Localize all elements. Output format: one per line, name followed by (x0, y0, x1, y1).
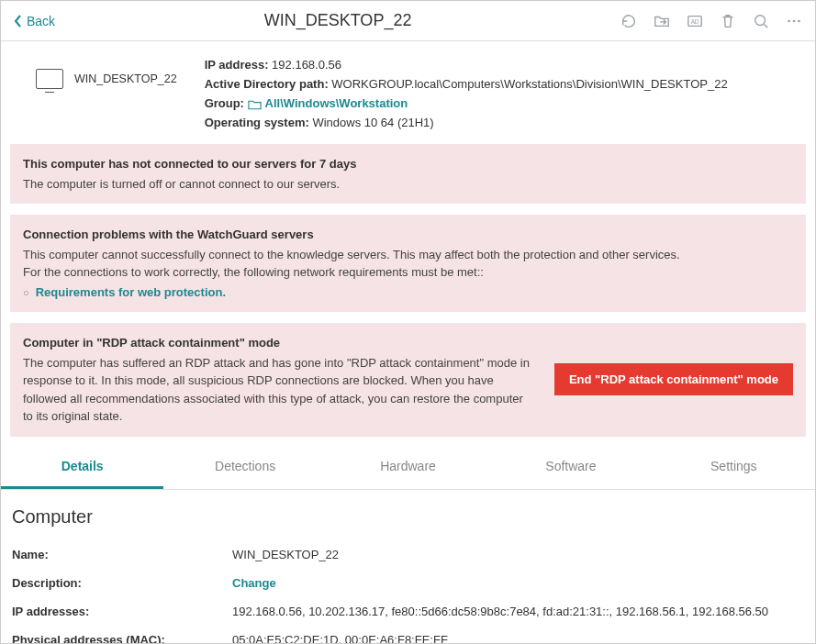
delete-icon[interactable] (720, 13, 736, 29)
tab-settings[interactable]: Settings (653, 446, 815, 489)
refresh-icon[interactable] (620, 13, 637, 29)
ip-value: 192.168.0.56 (272, 58, 341, 72)
ad-label: Active Directory path: (205, 77, 329, 91)
alert-offline-title: This computer has not connected to our s… (23, 155, 793, 173)
val-mac: 05:0A:E5:C2:DE:1D, 00:0E:A6:F8:FE:FF (232, 626, 804, 645)
tabs-bar: Details Detections Hardware Software Set… (1, 446, 815, 490)
alert-offline: This computer has not connected to our s… (10, 144, 806, 204)
key-description: Description: (12, 569, 232, 597)
svg-text:AD: AD (691, 17, 699, 24)
details-section: Computer Name: WIN_DESKTOP_22 Descriptio… (1, 490, 815, 645)
monitor-icon (36, 69, 63, 89)
val-ip: 192.168.0.56, 10.202.136.17, fe80::5d66:… (232, 597, 804, 626)
svg-point-4 (793, 19, 796, 22)
end-rdp-containment-button[interactable]: End "RDP attack containment" mode (554, 363, 793, 395)
val-name: WIN_DESKTOP_22 (232, 540, 804, 569)
key-mac: Physical addresses (MAC): (12, 626, 232, 645)
change-description-link[interactable]: Change (232, 576, 276, 590)
row-ip: IP addresses: 192.168.0.56, 10.202.136.1… (12, 597, 804, 626)
alert-wg-line2: For the connections to work correctly, t… (23, 263, 793, 282)
computer-name-small: WIN_DESKTOP_22 (74, 72, 177, 85)
group-link-text: All\Windows\Workstation (265, 96, 408, 110)
move-folder-icon[interactable] (654, 13, 670, 29)
tab-hardware[interactable]: Hardware (327, 446, 489, 489)
back-label: Back (27, 14, 55, 28)
ip-label: IP address: (205, 58, 269, 72)
summary-block: WIN_DESKTOP_22 IP address: 192.168.0.56 … (1, 41, 815, 139)
alert-watchguard: Connection problems with the WatchGuard … (10, 215, 806, 312)
ad-value: WORKGROUP.local\Computers\Workstations\D… (331, 77, 727, 91)
svg-point-2 (755, 15, 766, 25)
search-icon[interactable] (753, 13, 769, 29)
alerts-section: This computer has not connected to our s… (1, 139, 815, 442)
back-button[interactable]: Back (14, 14, 55, 28)
alert-wg-title: Connection problems with the WatchGuard … (23, 226, 793, 244)
row-mac: Physical addresses (MAC): 05:0A:E5:C2:DE… (12, 626, 804, 645)
svg-point-5 (798, 19, 800, 22)
more-icon[interactable] (786, 13, 802, 29)
tab-detections[interactable]: Detections (163, 446, 326, 489)
tab-software[interactable]: Software (489, 446, 652, 489)
chevron-left-icon (14, 15, 23, 28)
alert-wg-line1: This computer cannot successfully connec… (23, 246, 793, 264)
header-actions: AD (620, 13, 802, 29)
tab-details[interactable]: Details (1, 446, 163, 489)
alert-rdp: Computer in "RDP attack containment" mod… (10, 323, 806, 437)
header-bar: Back WIN_DESKTOP_22 AD (1, 1, 815, 41)
group-link[interactable]: All\Windows\Workstation (248, 96, 408, 110)
alert-rdp-title: Computer in "RDP attack containment" mod… (23, 334, 536, 352)
key-ip: IP addresses: (12, 597, 232, 626)
folder-icon (248, 99, 262, 110)
summary-details: IP address: 192.168.0.56 Active Director… (205, 58, 728, 129)
group-label: Group: (205, 96, 244, 110)
os-label: Operating system: (205, 116, 309, 129)
alert-offline-body: The computer is turned off or cannot con… (23, 175, 793, 194)
svg-point-3 (788, 19, 790, 22)
requirements-link[interactable]: Requirements for web protection. (36, 285, 226, 299)
alert-rdp-body: The computer has suffered an RDP attack … (23, 354, 536, 426)
row-description: Description: Change (12, 569, 804, 597)
details-table: Name: WIN_DESKTOP_22 Description: Change… (12, 540, 804, 645)
key-name: Name: (12, 540, 232, 569)
row-name: Name: WIN_DESKTOP_22 (12, 540, 804, 569)
os-value: Windows 10 64 (21H1) (312, 116, 433, 129)
ad-icon[interactable]: AD (687, 13, 703, 29)
page-title: WIN_DESKTOP_22 (55, 11, 620, 30)
computer-badge: WIN_DESKTOP_22 (36, 69, 177, 129)
section-title: Computer (12, 506, 804, 527)
